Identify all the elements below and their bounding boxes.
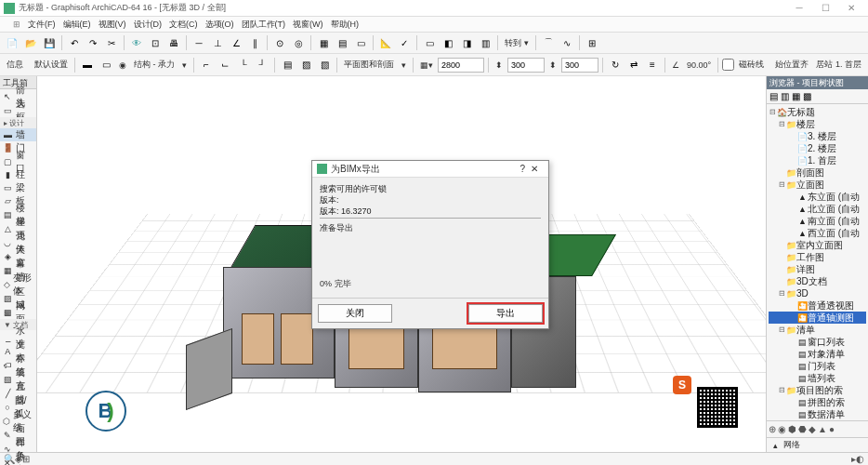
dialog-title: 为BIMx导出 — [331, 163, 380, 176]
nav-tab1-icon[interactable]: ▤ — [769, 91, 778, 101]
tool-window[interactable]: ▢窗口 — [0, 154, 36, 168]
tool-select[interactable]: ▭选框 — [0, 103, 36, 117]
menu-view[interactable]: 视图(V) — [97, 19, 128, 31]
settings-label[interactable]: 默认设置 — [32, 59, 71, 71]
coord1-input[interactable] — [438, 58, 484, 73]
rot-icon[interactable]: ↻ — [607, 57, 624, 73]
open-icon[interactable]: 📂 — [22, 34, 39, 51]
window-controls: ─ ☐ ✕ — [786, 0, 864, 17]
mode-d-icon[interactable]: ┘ — [254, 57, 270, 73]
coord2-input[interactable] — [507, 58, 545, 73]
n-ic7[interactable]: ● — [829, 424, 835, 434]
hatch1-icon[interactable]: ▤ — [279, 57, 296, 73]
curve-icon[interactable]: ∿ — [559, 34, 575, 51]
menu-team[interactable]: 团队工作(T) — [240, 19, 288, 31]
angle-val: 90.00° — [684, 60, 714, 70]
navigator-header: 浏览器 - 项目树状图 — [767, 76, 868, 89]
nav-tab4-icon[interactable]: ▩ — [803, 91, 811, 101]
print-icon[interactable]: 🖶 — [165, 34, 182, 51]
snap1-icon[interactable]: ⊙ — [271, 34, 288, 51]
hatch2-icon[interactable]: ▨ — [297, 57, 314, 73]
dialog-app-icon — [317, 164, 327, 174]
sb-ic3[interactable]: ⊞ — [22, 454, 30, 464]
sb-r2[interactable]: ◐ — [856, 454, 864, 464]
minimize-button[interactable]: ─ — [786, 0, 812, 17]
snap-dropdown[interactable]: 结构 - 承力 — [131, 59, 178, 71]
maximize-button[interactable]: ☐ — [812, 0, 838, 17]
tb2-icon[interactable]: ◧ — [440, 34, 456, 51]
dialog-titlebar[interactable]: 为BIMx导出 ? ✕ — [312, 161, 548, 178]
menu-design[interactable]: 设计(D) — [132, 19, 164, 31]
hatch3-icon[interactable]: ▧ — [316, 57, 333, 73]
tb4-icon[interactable]: ▥ — [477, 34, 493, 51]
measure-icon[interactable]: 📐 — [377, 34, 394, 51]
project-tree[interactable]: ⊟🏠无标题 ⊟📁楼层 📄3. 楼层 📄2. 楼层 📄1. 首层 📁剖面图 ⊟📁立… — [767, 104, 868, 420]
loc-value[interactable]: 居站 1. 首层 — [813, 59, 864, 71]
tb1-icon[interactable]: ▭ — [421, 34, 438, 51]
menu-edit[interactable]: 编辑(E) — [61, 19, 93, 31]
nav-tab2-icon[interactable]: ▥ — [781, 91, 789, 101]
tool-wall[interactable]: ▬墙 — [0, 128, 36, 141]
nav-tab3-icon[interactable]: ▦ — [792, 91, 800, 101]
tool-beam[interactable]: ▭梁 — [0, 181, 36, 194]
grid-icon[interactable]: ▦ — [315, 34, 332, 51]
save-icon[interactable]: 💾 — [41, 34, 58, 51]
mode-a-icon[interactable]: ⌐ — [198, 57, 215, 73]
dialog-close-button[interactable]: 关闭 — [318, 304, 392, 323]
snap-checkbox[interactable] — [722, 59, 734, 71]
bimx-export-dialog: 为BIMx导出 ? ✕ 搜索可用的许可锁 版本: 版本: 16.3270 准备导… — [311, 160, 549, 329]
goto-label: 转到 ▾ — [502, 37, 532, 49]
n-ic2[interactable]: ◉ — [778, 424, 786, 434]
n-ic5[interactable]: ◆ — [809, 424, 816, 434]
snap2-icon[interactable]: ◎ — [290, 34, 307, 51]
line-icon[interactable]: ─ — [191, 34, 207, 51]
tb3-icon[interactable]: ◨ — [458, 34, 475, 51]
wall-mode-icon[interactable]: ▬ — [79, 57, 96, 73]
n-ic1[interactable]: ⊕ — [769, 424, 776, 434]
app-icon — [4, 3, 15, 14]
sb-ic1[interactable]: 🔍 — [4, 454, 15, 464]
mode-c-icon[interactable]: └ — [235, 57, 252, 73]
menu-doc[interactable]: 文档(C) — [167, 19, 200, 31]
grid2-icon[interactable]: ▤ — [334, 34, 350, 51]
cut-icon[interactable]: ✂ — [103, 34, 120, 51]
new-icon[interactable]: 📄 — [4, 34, 20, 51]
statusbar: 🔍 ◈ ⊞ ▸ ◐ — [0, 452, 868, 465]
menu-window[interactable]: 视窗(W) — [291, 19, 325, 31]
n-ic4[interactable]: ⬣ — [798, 424, 807, 434]
menu-options[interactable]: 选项(O) — [204, 19, 236, 31]
n-ic3[interactable]: ⬢ — [788, 424, 796, 434]
tool-column[interactable]: ▮柱 — [0, 168, 36, 181]
wall-mode2-icon[interactable]: ▭ — [98, 57, 114, 73]
tool-mesh[interactable]: ▩网面 — [0, 305, 36, 319]
menu-file[interactable]: 文件(F) — [26, 19, 58, 31]
dialog-close-icon[interactable]: ✕ — [525, 164, 544, 174]
dialog-export-button[interactable]: 导出 — [468, 304, 543, 323]
mode-b-icon[interactable]: ⌙ — [217, 57, 233, 73]
navigator-panel: 浏览器 - 项目树状图 ▤ ▥ ▦ ▩ ⊟🏠无标题 ⊟📁楼层 📄3. 楼层 📄2… — [766, 76, 868, 452]
rp-footer[interactable]: 网络 — [781, 439, 803, 451]
perp-icon[interactable]: ⊥ — [209, 34, 226, 51]
align-icon[interactable]: ≡ — [644, 57, 661, 73]
design-group[interactable]: ▸ 设计 — [0, 117, 36, 128]
view-label[interactable]: 平面图和剖面 — [341, 59, 397, 71]
fit-icon[interactable]: ⊡ — [147, 34, 164, 51]
sb-ic2[interactable]: ◈ — [15, 454, 22, 464]
watermark-logo: B) — [85, 391, 126, 432]
angle-icon[interactable]: ∠ — [228, 34, 244, 51]
mirror-icon[interactable]: ⇄ — [625, 57, 642, 73]
app-badge-icon: S — [673, 376, 691, 394]
window-title: 无标题 - Graphisoft ArchiCAD-64 16 - [无标题 3… — [19, 2, 786, 14]
n-ic6[interactable]: ▲ — [818, 424, 827, 434]
mark-icon[interactable]: ✓ — [396, 34, 413, 51]
undo-icon[interactable]: ↶ — [66, 34, 83, 51]
close-button[interactable]: ✕ — [838, 0, 864, 17]
box-icon[interactable]: ⊞ — [584, 34, 600, 51]
coord3-input[interactable] — [561, 58, 598, 73]
redo-icon[interactable]: ↷ — [85, 34, 101, 51]
menu-help[interactable]: 帮助(H) — [329, 19, 362, 31]
arc-icon[interactable]: ⌒ — [540, 34, 557, 51]
card-icon[interactable]: ▭ — [352, 34, 369, 51]
eye-icon[interactable]: 👁 — [128, 34, 145, 51]
parallel-icon[interactable]: ∥ — [246, 34, 263, 51]
